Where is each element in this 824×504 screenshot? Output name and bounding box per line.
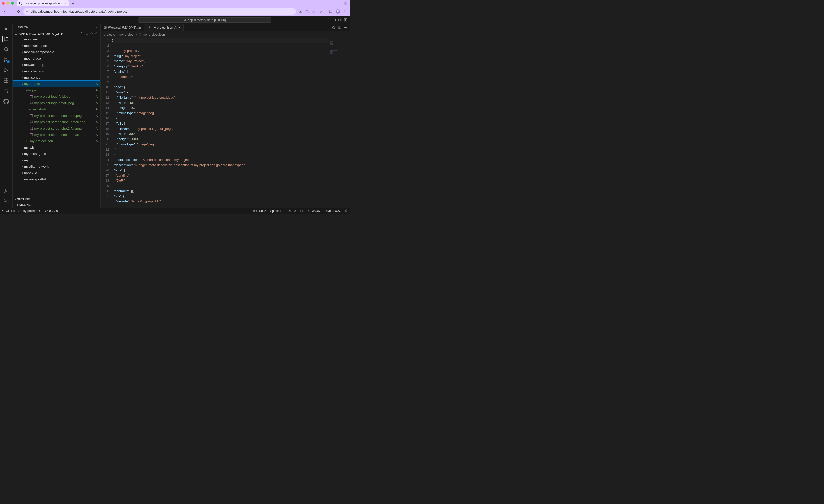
reload-button[interactable]: ⟳ bbox=[17, 9, 21, 14]
toggle-secondary-icon[interactable] bbox=[338, 18, 341, 22]
zoom-icon[interactable] bbox=[305, 10, 309, 13]
breadcrumb-projects[interactable]: projects bbox=[104, 33, 115, 36]
file-ss2-full[interactable]: my-project-screenshot2-full.pngA bbox=[13, 125, 100, 131]
profile-avatar[interactable]: E bbox=[336, 9, 340, 14]
tab-overflow-button[interactable]: ⌄ bbox=[343, 1, 347, 5]
extensions-icon[interactable] bbox=[319, 10, 322, 13]
search-view-icon[interactable] bbox=[3, 46, 9, 52]
svg-rect-10 bbox=[346, 20, 347, 21]
site-info-icon[interactable] bbox=[26, 10, 29, 13]
folder-mystiko[interactable]: ›mystiko-network bbox=[13, 163, 100, 170]
tab-readme[interactable]: [Preview] README.md bbox=[101, 24, 144, 31]
sidepanel-icon[interactable] bbox=[329, 10, 332, 13]
encoding[interactable]: UTF-8 bbox=[288, 209, 296, 213]
file-my-project-json[interactable]: my-project.jsonA bbox=[13, 138, 100, 144]
repo-section-header[interactable]: ⌄ APP-DIRECTORY-DATA [GITH… bbox=[13, 31, 100, 36]
browser-tab[interactable]: my-project.json — app-direct × bbox=[17, 0, 69, 6]
search-icon bbox=[184, 19, 186, 21]
indentation[interactable]: Spaces: 2 bbox=[270, 209, 283, 213]
svg-point-30 bbox=[31, 115, 31, 115]
folder-multisender[interactable]: ›multisender bbox=[13, 75, 100, 81]
remote-indicator[interactable]: GitHub bbox=[2, 209, 15, 213]
breadcrumb-file[interactable]: my-project.json bbox=[143, 33, 165, 36]
settings-icon[interactable] bbox=[3, 199, 9, 204]
folder-moonwell[interactable]: ›moonwell bbox=[13, 36, 100, 42]
diff-icon[interactable] bbox=[332, 26, 335, 29]
keyboard-layout[interactable]: Layout: U.S. bbox=[324, 209, 340, 213]
run-debug-icon[interactable] bbox=[3, 68, 9, 73]
bookmark-icon[interactable]: ☆ bbox=[312, 10, 315, 14]
code-editor[interactable]: 1234567891011121314151617181920212223242… bbox=[101, 38, 349, 207]
close-window-button[interactable] bbox=[2, 2, 5, 5]
folder-my-project[interactable]: ⌄my-projectA bbox=[13, 81, 100, 87]
remote-explorer-icon[interactable] bbox=[3, 88, 9, 94]
editor-forward-button[interactable]: → bbox=[107, 18, 110, 22]
cursor-position[interactable]: Ln 1, Col 2 bbox=[252, 209, 266, 213]
folder-mosaic[interactable]: ›mosaic-composable bbox=[13, 49, 100, 55]
close-tab-icon[interactable]: × bbox=[65, 1, 67, 5]
language-mode[interactable]: JSON bbox=[308, 209, 320, 213]
menu-icon[interactable]: ≡ bbox=[5, 26, 8, 31]
folder-logos[interactable]: ⌄logosA bbox=[13, 87, 100, 93]
breadcrumbs[interactable]: projects › my-project › my-project.json … bbox=[101, 31, 349, 38]
explorer-view-icon[interactable] bbox=[2, 36, 9, 42]
folder-movr[interactable]: ›movr-place bbox=[13, 56, 100, 62]
folder-nansen[interactable]: ›nansen-portfolio bbox=[13, 176, 100, 182]
tab-more-icon[interactable]: ⋯ bbox=[344, 26, 347, 29]
file-ss1-full[interactable]: my-project-screenshot1-full.pngA bbox=[13, 112, 100, 119]
vscode-window: ← → app-directory-data [GitHub] ≡ 7 bbox=[0, 16, 349, 208]
folder-mynft[interactable]: ›mynft bbox=[13, 157, 100, 163]
svg-rect-20 bbox=[4, 89, 8, 92]
split-editor-icon[interactable] bbox=[338, 26, 341, 29]
outline-section[interactable]: ›OUTLINE bbox=[13, 197, 100, 202]
image-file-icon bbox=[30, 127, 33, 130]
sync-icon[interactable] bbox=[39, 209, 42, 212]
editor-back-button[interactable]: ← bbox=[101, 18, 104, 22]
minimize-window-button[interactable] bbox=[7, 2, 9, 5]
minimap[interactable]: ▬▬▬▬▬▬▬▬▬▬▬▬▬▬▬▬▬▬▬▬▬▬▬▬▬▬▬▬▬▬▬▬▬▬▬▬▬▬▬▬… bbox=[329, 38, 349, 72]
code-content[interactable]: { "id": "my-project", "slug": "my-projec… bbox=[112, 38, 349, 207]
toggle-panel-icon[interactable] bbox=[332, 18, 336, 22]
explorer-more-icon[interactable]: ⋯ bbox=[93, 25, 97, 29]
bell-icon[interactable] bbox=[345, 209, 348, 212]
timeline-section[interactable]: ›TIMELINE bbox=[13, 202, 100, 208]
folder-my-wish[interactable]: ›my-wish bbox=[13, 144, 100, 150]
file-ss1-small[interactable]: my-project-screenshot1-small.pngA bbox=[13, 119, 100, 125]
folder-moonwell-apollo[interactable]: ›moonwell-apollo bbox=[13, 43, 100, 49]
close-tab-icon[interactable]: × bbox=[179, 26, 180, 29]
url-bar[interactable]: github.dev/moonbeam-foundation/app-direc… bbox=[23, 8, 296, 15]
maximize-window-button[interactable] bbox=[11, 2, 14, 5]
problems-indicator[interactable]: 0 0 bbox=[45, 209, 58, 213]
preview-icon bbox=[104, 26, 107, 29]
branch-indicator[interactable]: my-project* bbox=[18, 209, 42, 213]
new-folder-icon[interactable] bbox=[85, 32, 89, 35]
tab-my-project-json[interactable]: my-project.json A × bbox=[144, 24, 184, 31]
file-logo-small[interactable]: my-project-logo-small.jpegA bbox=[13, 100, 100, 106]
toggle-sidebar-icon[interactable] bbox=[327, 18, 330, 22]
file-logo-full[interactable]: my-project-logo-full.jpegA bbox=[13, 93, 100, 100]
folder-nabox[interactable]: ›nabox-io bbox=[13, 170, 100, 176]
back-button[interactable]: ← bbox=[3, 9, 7, 14]
folder-mowallet[interactable]: ›mowallet-app bbox=[13, 62, 100, 68]
folder-mymessage[interactable]: ›mymessage-io bbox=[13, 150, 100, 157]
command-center[interactable]: app-directory-data [GitHub] bbox=[138, 17, 272, 23]
new-tab-button[interactable]: + bbox=[72, 1, 75, 5]
source-control-icon[interactable]: 7 bbox=[3, 57, 9, 63]
customize-layout-icon[interactable] bbox=[344, 18, 347, 22]
browser-menu-icon[interactable]: ⋮ bbox=[343, 10, 346, 13]
svg-rect-4 bbox=[327, 19, 330, 21]
eol[interactable]: LF bbox=[300, 209, 304, 213]
extensions-view-icon[interactable] bbox=[3, 78, 9, 83]
breadcrumb-my-project[interactable]: my-project bbox=[119, 33, 134, 36]
folder-multichain[interactable]: ›multichain-org bbox=[13, 68, 100, 74]
new-file-icon[interactable] bbox=[80, 32, 84, 35]
breadcrumb-dots[interactable]: … bbox=[169, 33, 173, 36]
folder-screenshots[interactable]: ⌄screenshotsA bbox=[13, 106, 100, 112]
github-view-icon[interactable] bbox=[3, 99, 9, 104]
accounts-icon[interactable] bbox=[3, 188, 9, 194]
forward-button[interactable]: → bbox=[10, 9, 14, 14]
file-ss2-small[interactable]: my-project-screenshot2-small.p…A bbox=[13, 132, 100, 138]
refresh-icon[interactable] bbox=[90, 32, 93, 35]
install-app-icon[interactable] bbox=[299, 10, 302, 13]
collapse-all-icon[interactable] bbox=[95, 32, 98, 35]
